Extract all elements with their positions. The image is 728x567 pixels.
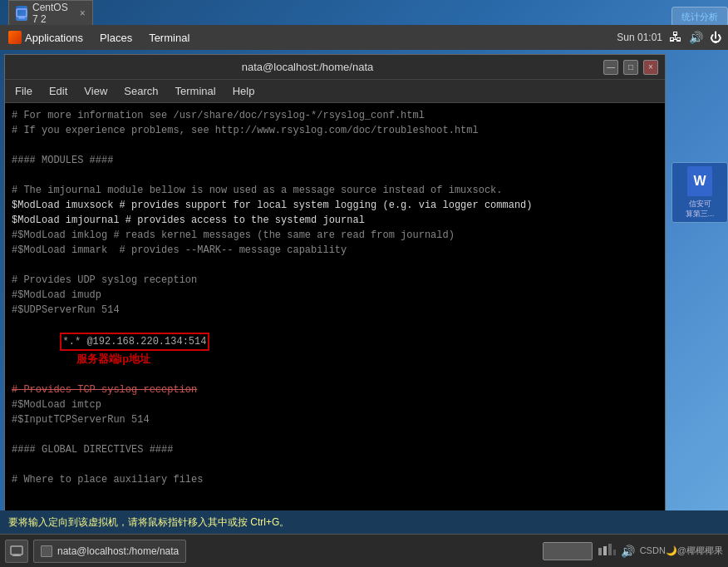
close-button[interactable]: × <box>643 60 658 75</box>
svg-rect-4 <box>14 555 19 555</box>
applications-menu[interactable]: Applications <box>0 25 91 50</box>
menu-help[interactable]: Help <box>226 83 262 99</box>
term-line-1: # For more information see /usr/share/do… <box>12 108 658 123</box>
notification-bar: 要将输入定向到该虚拟机，请将鼠标指针移入其中或按 Ctrl+G。 <box>0 510 728 534</box>
desktop-widget-2[interactable]: W 信安可算第三... <box>671 162 728 223</box>
term-line-12: # Provides UDP syslog reception <box>12 273 658 288</box>
restore-button[interactable]: □ <box>623 60 638 75</box>
svg-rect-1 <box>19 17 24 18</box>
taskbar-window-item[interactable]: nata@localhost:/home/nata <box>33 540 186 563</box>
term-line-11 <box>12 258 658 273</box>
term-line-6: # The imjournal module bellow is now use… <box>12 183 658 198</box>
term-line-16: #$ModLoad imtcp <box>12 397 658 412</box>
term-line-4: #### MODULES #### <box>12 153 658 168</box>
svg-rect-0 <box>17 9 27 17</box>
gnome-icon <box>8 31 22 44</box>
term-line-tcp-comment: # Provides TCP syslog reception <box>12 382 658 397</box>
term-line-21: # Where to place auxiliary files <box>12 472 658 487</box>
svg-rect-8 <box>608 544 612 555</box>
term-line-2: # If you experience problems, see http:/… <box>12 123 658 138</box>
term-line-14: #$UDPServerRun 514 <box>12 303 658 318</box>
vm-close-btn[interactable]: × <box>80 7 86 19</box>
window-title: nata@localhost:/home/nata <box>12 61 603 73</box>
window-controls: — □ × <box>603 60 658 75</box>
term-line-10: #$ModLoad immark # provides --MARK-- mes… <box>12 243 658 258</box>
window-menubar: File Edit View Search Terminal Help <box>5 80 665 103</box>
bottom-taskbar: nata@localhost:/home/nata 🔊 CSDN🌙@椰椰椰果 <box>0 534 728 567</box>
bottom-network-icon[interactable] <box>598 543 616 559</box>
terminal-content[interactable]: # For more information see /usr/share/do… <box>5 103 665 542</box>
svg-rect-5 <box>12 555 21 556</box>
taskbar-window-label: nata@localhost:/home/nata <box>57 545 179 557</box>
term-line-17: #$InputTCPServerRun 514 <box>12 412 658 427</box>
desktop-right-panel: 统计分析 W 信安可算第三... <box>666 0 728 567</box>
window-titlebar: nata@localhost:/home/nata — □ × <box>5 55 665 80</box>
svg-rect-2 <box>18 17 25 18</box>
bottom-right-area: 🔊 CSDN🌙@椰椰椰果 <box>543 542 723 560</box>
menu-terminal[interactable]: Terminal <box>169 83 223 99</box>
term-line-20 <box>12 457 658 472</box>
top-taskbar: Applications Places Terminal Sun 01:01 🖧… <box>0 25 728 50</box>
ip-highlight-box: *.* @192.168.220.134:514 <box>60 333 210 351</box>
minimize-button[interactable]: — <box>603 60 618 75</box>
term-line-7: $ModLoad imuxsock # provides support for… <box>12 198 658 213</box>
menu-file[interactable]: File <box>8 83 39 99</box>
taskbar-right: Sun 01:01 🖧 🔊 ⏻ <box>617 30 728 45</box>
vm-tab[interactable]: CentOS 7 2 × <box>8 0 93 25</box>
window-thumbnail-icon <box>41 545 52 557</box>
svg-rect-3 <box>11 546 22 555</box>
terminal-menu[interactable]: Terminal <box>140 25 198 50</box>
term-line-13: #$ModLoad imudp <box>12 288 658 303</box>
power-icon[interactable]: ⏻ <box>710 31 721 44</box>
highlighted-line-container: *.* @192.168.220.134:514 服务器端ip地址 <box>12 318 658 382</box>
menu-view[interactable]: View <box>77 83 114 99</box>
network-icon[interactable]: 🖧 <box>669 30 682 45</box>
clock: Sun 01:01 <box>617 32 662 43</box>
term-line-9: #$ModLoad imklog # reads kernel messages… <box>12 228 658 243</box>
term-line-18 <box>12 427 658 442</box>
menu-edit[interactable]: Edit <box>42 83 74 99</box>
term-line-3 <box>12 138 658 153</box>
volume-icon[interactable]: 🔊 <box>689 31 703 44</box>
annotation-text: 服务器端ip地址 <box>76 353 151 365</box>
vm-title: CentOS 7 2 <box>32 2 71 25</box>
bottom-status-text: CSDN🌙@椰椰椰果 <box>640 545 723 557</box>
term-line-highlight: *.* @192.168.220.134:514 服务器端ip地址 <box>12 318 658 382</box>
bottom-volume-icon[interactable]: 🔊 <box>621 545 635 558</box>
svg-rect-9 <box>613 550 616 555</box>
svg-rect-7 <box>603 546 607 555</box>
bottom-input[interactable] <box>543 542 593 560</box>
terminal-window: nata@localhost:/home/nata — □ × File Edi… <box>4 54 666 561</box>
term-line-19: #### GLOBAL DIRECTIVES #### <box>12 442 658 457</box>
taskbar-left: Applications Places Terminal <box>0 25 617 50</box>
term-line-8: $ModLoad imjournal # provides access to … <box>12 213 658 228</box>
places-menu[interactable]: Places <box>91 25 140 50</box>
menu-search[interactable]: Search <box>117 83 165 99</box>
vm-icon <box>16 6 27 21</box>
notification-text: 要将输入定向到该虚拟机，请将鼠标指针移入其中或按 Ctrl+G。 <box>8 515 289 530</box>
show-desktop-btn[interactable] <box>5 540 28 563</box>
term-line-5 <box>12 168 658 183</box>
svg-rect-6 <box>598 548 602 555</box>
